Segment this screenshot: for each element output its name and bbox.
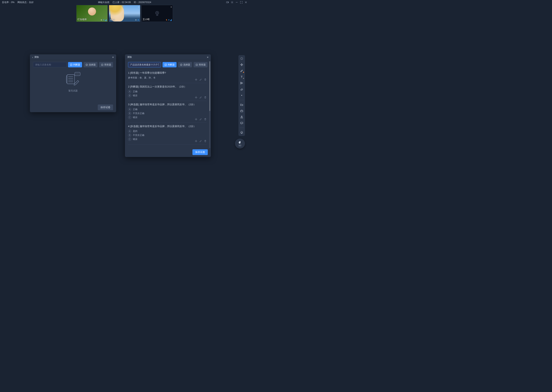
move-icon[interactable] — [195, 140, 197, 142]
close-icon[interactable]: × — [112, 56, 114, 59]
edit-icon[interactable] — [199, 118, 202, 121]
mic-muted-icon — [166, 19, 167, 21]
move-icon[interactable] — [195, 78, 197, 81]
edit-icon[interactable] — [199, 140, 202, 142]
question-actions — [195, 96, 207, 99]
svg-rect-38 — [240, 122, 243, 124]
svg-point-34 — [240, 83, 241, 84]
tool-move[interactable] — [239, 63, 244, 67]
tool-bell[interactable] — [239, 131, 244, 134]
edit-icon[interactable] — [199, 96, 202, 99]
tool-eraser[interactable] — [239, 87, 244, 91]
add-judge-button[interactable]: 判断题 — [68, 62, 82, 67]
maximize-icon[interactable] — [240, 1, 243, 4]
question-option[interactable]: B不完全正确 — [128, 133, 207, 137]
question-actions — [195, 140, 207, 142]
raised-hands-badge[interactable]: 0/2 — [235, 139, 245, 148]
tool-folder[interactable] — [239, 103, 244, 107]
option-text: 错误 — [133, 94, 138, 97]
tool-pointer[interactable] — [239, 57, 244, 61]
close-window-icon[interactable] — [245, 1, 247, 4]
raised-hands-count: 0/2 — [239, 145, 241, 147]
network-status: 网络状态：良好 — [17, 1, 34, 4]
session-id: ID：2020070324 — [134, 1, 151, 4]
svg-point-9 — [136, 20, 136, 20]
add-short-button[interactable]: T简答题 — [194, 62, 208, 67]
add-choice-button[interactable]: 选择题 — [84, 62, 98, 67]
question-actions — [195, 78, 207, 81]
question-option[interactable]: A正确 — [128, 108, 207, 111]
scrollbar-thumb[interactable] — [209, 61, 210, 111]
option-text: 正确 — [133, 90, 138, 93]
add-short-button[interactable]: T简答题 — [99, 62, 113, 67]
video-tile-teacher[interactable]: 叮当老师 — [76, 5, 108, 22]
add-judge-button[interactable]: 判断题 — [163, 62, 176, 67]
panel-title: 测验 — [34, 56, 39, 59]
video-tile-student-1[interactable]: × Nina — [109, 5, 140, 22]
svg-rect-7 — [103, 19, 104, 20]
close-icon[interactable]: × — [207, 56, 209, 59]
svg-rect-20 — [67, 75, 74, 84]
question-option[interactable]: B不完全正确 — [128, 112, 207, 115]
option-letter: B — [128, 112, 131, 115]
svg-point-33 — [240, 82, 241, 83]
move-icon[interactable] — [195, 96, 197, 99]
tool-scissors[interactable] — [239, 81, 244, 85]
delete-icon[interactable] — [204, 140, 207, 142]
option-letter: B — [128, 94, 131, 97]
svg-rect-36 — [240, 111, 243, 112]
video-status — [101, 19, 107, 21]
back-chevron-icon[interactable]: ‹ — [32, 56, 33, 59]
delete-icon[interactable] — [204, 118, 207, 121]
delete-icon[interactable] — [204, 96, 207, 99]
svg-point-35 — [241, 95, 242, 96]
question-list[interactable]: 1 [简答题] 一年四季分别是哪四季?参考答案：春、夏、秋、冬2 [判断题] 我… — [128, 69, 208, 145]
save-quiz-button[interactable]: 保存试卷 — [98, 105, 113, 110]
minimize-icon[interactable] — [235, 1, 238, 4]
quiz-name-input[interactable] — [33, 62, 66, 67]
question-actions — [195, 118, 207, 121]
volume-bars-icon — [170, 19, 172, 21]
video-tile-student-2[interactable]: × 王小明 — [141, 5, 173, 22]
question-title: 2 [判断题] 我国宪法上一次更新是在2020年。（2分） — [128, 85, 207, 88]
signal-icon — [101, 19, 102, 21]
tool-toolbox[interactable] — [239, 109, 244, 113]
tool-user[interactable] — [239, 115, 244, 119]
close-video-icon[interactable]: × — [170, 6, 172, 8]
elapsed-time: 已上课：02:34:09 — [113, 1, 131, 4]
video-name: Nina — [110, 18, 115, 21]
delete-icon[interactable] — [204, 78, 207, 81]
tool-text[interactable] — [239, 75, 244, 79]
option-letter: A — [128, 130, 131, 133]
camera-toggle-icon[interactable] — [226, 1, 229, 4]
option-text: 错误 — [133, 138, 138, 141]
option-letter: A — [128, 90, 131, 93]
option-text: 正确 — [133, 108, 138, 111]
tool-laser[interactable] — [239, 93, 244, 97]
svg-point-6 — [101, 20, 102, 20]
video-status — [166, 19, 172, 21]
option-letter: C — [128, 138, 131, 141]
svg-point-12 — [157, 12, 158, 14]
add-choice-button[interactable]: 选择题 — [178, 62, 192, 67]
svg-point-17 — [86, 64, 88, 66]
svg-rect-10 — [138, 19, 138, 20]
close-video-icon[interactable]: × — [138, 6, 139, 8]
move-icon[interactable] — [195, 118, 197, 121]
edit-icon[interactable] — [199, 78, 202, 81]
question-item: 1 [简答题] 一年四季分别是哪四季?参考答案：春、夏、秋、冬 — [128, 69, 207, 83]
quiz-editor-panel: 测验 × 判断题 选择题 T简答题 1 [简答题] 一年四季分别是哪四季?参考答… — [125, 54, 211, 157]
svg-rect-15 — [169, 19, 169, 20]
question-list-scrollbar[interactable] — [209, 61, 210, 148]
quiz-name-input[interactable] — [128, 62, 161, 67]
tool-chat[interactable] — [239, 121, 244, 125]
question-option[interactable]: A正确 — [128, 90, 207, 93]
question-option[interactable]: A是的 — [128, 130, 207, 133]
tool-pen[interactable] — [239, 69, 244, 73]
settings-gear-icon[interactable] — [231, 1, 233, 4]
quiz-editor-empty-panel: ‹ 测验 × 判断题 选择题 T简答题 暂无试题 保存试卷 — [30, 54, 116, 112]
packet-loss: 丢包率：0% — [2, 1, 14, 4]
save-quiz-button[interactable]: 保存试卷 — [192, 149, 208, 155]
video-strip: 叮当老师 × Nina × 王小明 — [0, 5, 249, 22]
question-item: 2 [判断题] 我国宪法上一次更新是在2020年。（2分）A正确B错误 — [128, 83, 207, 101]
